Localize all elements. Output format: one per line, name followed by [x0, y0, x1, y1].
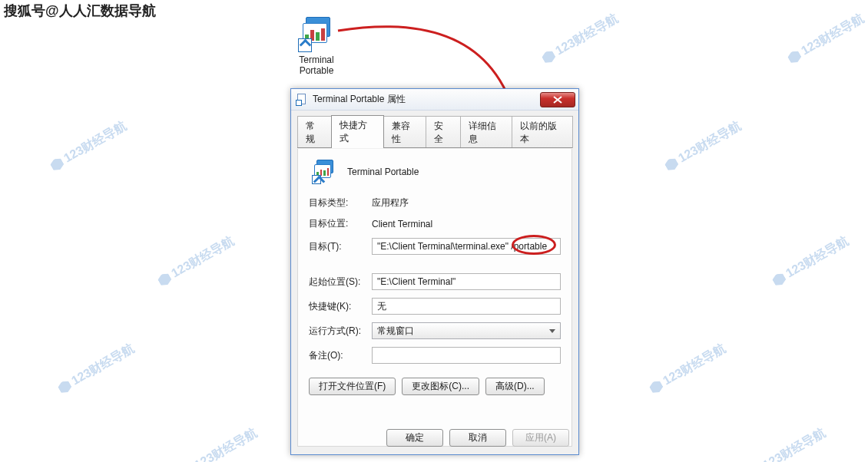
change-icon-button[interactable]: 更改图标(C)... [402, 378, 479, 395]
open-file-location-button[interactable]: 打开文件位置(F) [309, 378, 396, 395]
watermark: 123财经导航 [539, 11, 621, 68]
cancel-button[interactable]: 取消 [449, 429, 506, 447]
tab-compatibility[interactable]: 兼容性 [383, 116, 427, 148]
tab-details[interactable]: 详细信息 [460, 116, 512, 148]
label-target: 目标(T): [309, 240, 372, 253]
close-button[interactable] [540, 92, 575, 107]
value-target-location: Client Terminal [372, 219, 432, 229]
shortcut-panel: Terminal Portable 目标类型: 应用程序 目标位置: Clien… [297, 149, 572, 447]
label-comment: 备注(O): [309, 349, 372, 362]
tab-bar: 常规 快捷方式 兼容性 安全 详细信息 以前的版本 [291, 111, 578, 148]
dialog-action-buttons: 确定 取消 应用(A) [386, 429, 569, 447]
desktop-shortcut-label: TerminalPortable [292, 54, 341, 76]
shortcut-key-input[interactable]: 无 [372, 298, 561, 315]
tab-general[interactable]: 常规 [297, 116, 332, 148]
watermark: 123财经导航 [55, 341, 137, 398]
advanced-button[interactable]: 高级(D)... [485, 378, 545, 395]
titlebar[interactable]: Terminal Portable 属性 [291, 89, 578, 111]
annotation-text: 搜狐号@人人汇数据导航 [4, 2, 156, 20]
watermark: 123财经导航 [770, 233, 851, 290]
desktop-shortcut-icon[interactable]: TerminalPortable [292, 15, 341, 76]
properties-dialog: Terminal Portable 属性 常规 快捷方式 兼容性 安全 详细信息… [290, 88, 579, 455]
app-icon [312, 160, 336, 184]
value-target-type: 应用程序 [372, 196, 409, 210]
watermark: 123财经导航 [155, 233, 237, 290]
watermark: 123财经导航 [647, 341, 728, 398]
watermark: 123财经导航 [662, 118, 744, 175]
label-start-in: 起始位置(S): [309, 276, 372, 289]
comment-input[interactable] [372, 347, 561, 364]
start-in-input[interactable]: "E:\Client Terminal" [372, 273, 561, 290]
ok-button[interactable]: 确定 [386, 429, 443, 447]
window-title: Terminal Portable 属性 [313, 93, 406, 106]
watermark: 123财经导航 [48, 118, 129, 175]
target-input[interactable]: "E:\Client Terminal\terminal.exe" /porta… [372, 238, 561, 255]
tab-previous-versions[interactable]: 以前的版本 [512, 116, 573, 148]
label-run: 运行方式(R): [309, 325, 372, 338]
label-shortcut-key: 快捷键(K): [309, 300, 372, 313]
label-target-type: 目标类型: [309, 196, 372, 210]
tab-security[interactable]: 安全 [426, 116, 460, 148]
run-mode-select[interactable]: 常规窗口 [372, 322, 561, 339]
label-target-location: 目标位置: [309, 217, 372, 230]
close-icon [553, 96, 562, 104]
tab-shortcut[interactable]: 快捷方式 [331, 115, 383, 148]
app-name: Terminal Portable [347, 167, 419, 177]
watermark: 123财经导航 [178, 425, 260, 462]
window-icon [296, 94, 308, 106]
watermark: 123财经导航 [785, 11, 866, 68]
watermark: 123财经导航 [747, 425, 828, 462]
terminal-portable-icon [298, 15, 335, 52]
apply-button[interactable]: 应用(A) [512, 429, 569, 447]
